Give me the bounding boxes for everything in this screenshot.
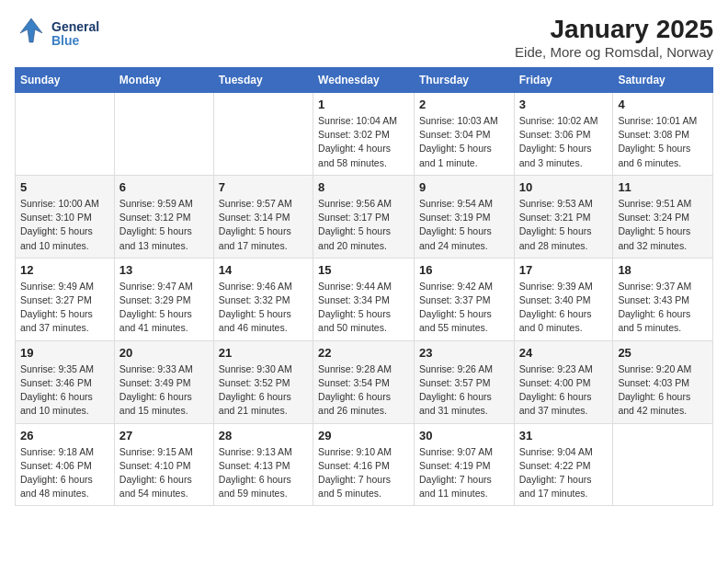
day-number: 28 <box>219 429 308 442</box>
page-header: General Blue January 2025 Eide, More og … <box>15 15 713 60</box>
day-detail: Sunrise: 9:49 AM Sunset: 3:27 PM Dayligh… <box>20 280 109 336</box>
day-number: 4 <box>618 98 708 111</box>
day-detail: Sunrise: 9:59 AM Sunset: 3:12 PM Dayligh… <box>119 197 209 253</box>
calendar-subtitle: Eide, More og Romsdal, Norway <box>515 44 713 60</box>
day-detail: Sunrise: 9:26 AM Sunset: 3:57 PM Dayligh… <box>419 362 509 419</box>
day-detail: Sunrise: 9:54 AM Sunset: 3:19 PM Dayligh… <box>419 197 509 253</box>
day-number: 6 <box>119 180 209 194</box>
calendar-cell: 7Sunrise: 9:57 AM Sunset: 3:14 PM Daylig… <box>213 175 313 258</box>
day-detail: Sunrise: 9:57 AM Sunset: 3:14 PM Dayligh… <box>219 197 308 253</box>
day-number: 1 <box>318 98 409 111</box>
calendar-cell: 3Sunrise: 10:02 AM Sunset: 3:06 PM Dayli… <box>514 93 613 176</box>
calendar-week-row: 5Sunrise: 10:00 AM Sunset: 3:10 PM Dayli… <box>16 175 713 258</box>
day-detail: Sunrise: 10:03 AM Sunset: 3:04 PM Daylig… <box>419 114 509 170</box>
day-detail: Sunrise: 10:04 AM Sunset: 3:02 PM Daylig… <box>318 114 409 170</box>
weekday-header-wednesday: Wednesday <box>313 68 415 93</box>
day-number: 13 <box>119 263 209 277</box>
logo-icon <box>15 15 48 53</box>
day-number: 27 <box>119 429 209 442</box>
calendar-week-row: 12Sunrise: 9:49 AM Sunset: 3:27 PM Dayli… <box>16 258 713 340</box>
calendar-cell: 29Sunrise: 9:10 AM Sunset: 4:16 PM Dayli… <box>313 423 415 506</box>
logo-general-text: General <box>51 20 99 34</box>
calendar-cell: 22Sunrise: 9:28 AM Sunset: 3:54 PM Dayli… <box>313 340 415 423</box>
weekday-header-row: SundayMondayTuesdayWednesdayThursdayFrid… <box>16 68 713 93</box>
day-detail: Sunrise: 9:47 AM Sunset: 3:29 PM Dayligh… <box>119 280 209 336</box>
calendar-cell: 31Sunrise: 9:04 AM Sunset: 4:22 PM Dayli… <box>514 423 613 506</box>
day-number: 30 <box>419 429 509 442</box>
day-detail: Sunrise: 9:33 AM Sunset: 3:49 PM Dayligh… <box>119 362 209 419</box>
calendar-cell: 6Sunrise: 9:59 AM Sunset: 3:12 PM Daylig… <box>114 175 213 258</box>
day-detail: Sunrise: 9:35 AM Sunset: 3:46 PM Dayligh… <box>20 362 109 419</box>
calendar-title: January 2025 <box>515 15 713 44</box>
title-block: January 2025 Eide, More og Romsdal, Norw… <box>515 15 713 60</box>
day-detail: Sunrise: 9:28 AM Sunset: 3:54 PM Dayligh… <box>318 362 409 419</box>
day-number: 14 <box>219 263 308 277</box>
day-detail: Sunrise: 9:53 AM Sunset: 3:21 PM Dayligh… <box>519 197 609 253</box>
calendar-cell: 23Sunrise: 9:26 AM Sunset: 3:57 PM Dayli… <box>414 340 514 423</box>
logo: General Blue <box>15 15 99 53</box>
day-number: 17 <box>519 263 609 277</box>
day-detail: Sunrise: 10:01 AM Sunset: 3:08 PM Daylig… <box>618 114 708 170</box>
day-number: 10 <box>519 180 609 194</box>
calendar-cell: 20Sunrise: 9:33 AM Sunset: 3:49 PM Dayli… <box>114 340 213 423</box>
day-number: 21 <box>219 346 308 360</box>
day-detail: Sunrise: 9:30 AM Sunset: 3:52 PM Dayligh… <box>219 362 308 419</box>
day-detail: Sunrise: 10:00 AM Sunset: 3:10 PM Daylig… <box>20 197 109 253</box>
weekday-header-thursday: Thursday <box>414 68 514 93</box>
logo-blue-text: Blue <box>51 34 99 48</box>
calendar-cell <box>114 93 213 176</box>
calendar-cell: 25Sunrise: 9:20 AM Sunset: 4:03 PM Dayli… <box>613 340 713 423</box>
calendar-cell <box>16 93 115 176</box>
calendar-cell: 16Sunrise: 9:42 AM Sunset: 3:37 PM Dayli… <box>414 258 514 340</box>
weekday-header-monday: Monday <box>114 68 213 93</box>
day-detail: Sunrise: 9:23 AM Sunset: 4:00 PM Dayligh… <box>519 362 609 419</box>
calendar-cell: 13Sunrise: 9:47 AM Sunset: 3:29 PM Dayli… <box>114 258 213 340</box>
day-detail: Sunrise: 9:51 AM Sunset: 3:24 PM Dayligh… <box>618 197 708 253</box>
day-number: 23 <box>419 346 509 360</box>
weekday-header-tuesday: Tuesday <box>213 68 313 93</box>
calendar-cell: 1Sunrise: 10:04 AM Sunset: 3:02 PM Dayli… <box>313 93 415 176</box>
day-number: 16 <box>419 263 509 277</box>
day-number: 24 <box>519 346 609 360</box>
calendar-cell: 27Sunrise: 9:15 AM Sunset: 4:10 PM Dayli… <box>114 423 213 506</box>
weekday-header-sunday: Sunday <box>16 68 115 93</box>
logo-text: General Blue <box>51 20 99 49</box>
svg-marker-0 <box>20 18 42 42</box>
day-detail: Sunrise: 9:10 AM Sunset: 4:16 PM Dayligh… <box>318 445 409 501</box>
day-detail: Sunrise: 9:18 AM Sunset: 4:06 PM Dayligh… <box>20 445 109 501</box>
day-detail: Sunrise: 9:46 AM Sunset: 3:32 PM Dayligh… <box>219 280 308 336</box>
day-number: 29 <box>318 429 409 442</box>
calendar-cell: 9Sunrise: 9:54 AM Sunset: 3:19 PM Daylig… <box>414 175 514 258</box>
day-number: 19 <box>20 346 109 360</box>
calendar-cell <box>213 93 313 176</box>
calendar-week-row: 26Sunrise: 9:18 AM Sunset: 4:06 PM Dayli… <box>16 423 713 506</box>
calendar-cell: 26Sunrise: 9:18 AM Sunset: 4:06 PM Dayli… <box>16 423 115 506</box>
day-detail: Sunrise: 9:13 AM Sunset: 4:13 PM Dayligh… <box>219 445 308 501</box>
day-detail: Sunrise: 9:56 AM Sunset: 3:17 PM Dayligh… <box>318 197 409 253</box>
day-detail: Sunrise: 9:15 AM Sunset: 4:10 PM Dayligh… <box>119 445 209 501</box>
calendar-cell: 8Sunrise: 9:56 AM Sunset: 3:17 PM Daylig… <box>313 175 415 258</box>
day-detail: Sunrise: 9:07 AM Sunset: 4:19 PM Dayligh… <box>419 445 509 501</box>
day-number: 3 <box>519 98 609 111</box>
calendar-table: SundayMondayTuesdayWednesdayThursdayFrid… <box>15 67 713 506</box>
day-number: 5 <box>20 180 109 194</box>
day-detail: Sunrise: 9:04 AM Sunset: 4:22 PM Dayligh… <box>519 445 609 501</box>
day-detail: Sunrise: 9:42 AM Sunset: 3:37 PM Dayligh… <box>419 280 509 336</box>
day-number: 15 <box>318 263 409 277</box>
calendar-cell: 17Sunrise: 9:39 AM Sunset: 3:40 PM Dayli… <box>514 258 613 340</box>
calendar-cell: 19Sunrise: 9:35 AM Sunset: 3:46 PM Dayli… <box>16 340 115 423</box>
weekday-header-friday: Friday <box>514 68 613 93</box>
calendar-cell: 18Sunrise: 9:37 AM Sunset: 3:43 PM Dayli… <box>613 258 713 340</box>
calendar-cell: 4Sunrise: 10:01 AM Sunset: 3:08 PM Dayli… <box>613 93 713 176</box>
day-number: 7 <box>219 180 308 194</box>
calendar-cell: 28Sunrise: 9:13 AM Sunset: 4:13 PM Dayli… <box>213 423 313 506</box>
day-number: 22 <box>318 346 409 360</box>
calendar-cell: 5Sunrise: 10:00 AM Sunset: 3:10 PM Dayli… <box>16 175 115 258</box>
calendar-week-row: 19Sunrise: 9:35 AM Sunset: 3:46 PM Dayli… <box>16 340 713 423</box>
calendar-cell: 15Sunrise: 9:44 AM Sunset: 3:34 PM Dayli… <box>313 258 415 340</box>
day-detail: Sunrise: 9:20 AM Sunset: 4:03 PM Dayligh… <box>618 362 708 419</box>
day-number: 2 <box>419 98 509 111</box>
calendar-cell: 11Sunrise: 9:51 AM Sunset: 3:24 PM Dayli… <box>613 175 713 258</box>
calendar-cell: 21Sunrise: 9:30 AM Sunset: 3:52 PM Dayli… <box>213 340 313 423</box>
calendar-cell <box>613 423 713 506</box>
